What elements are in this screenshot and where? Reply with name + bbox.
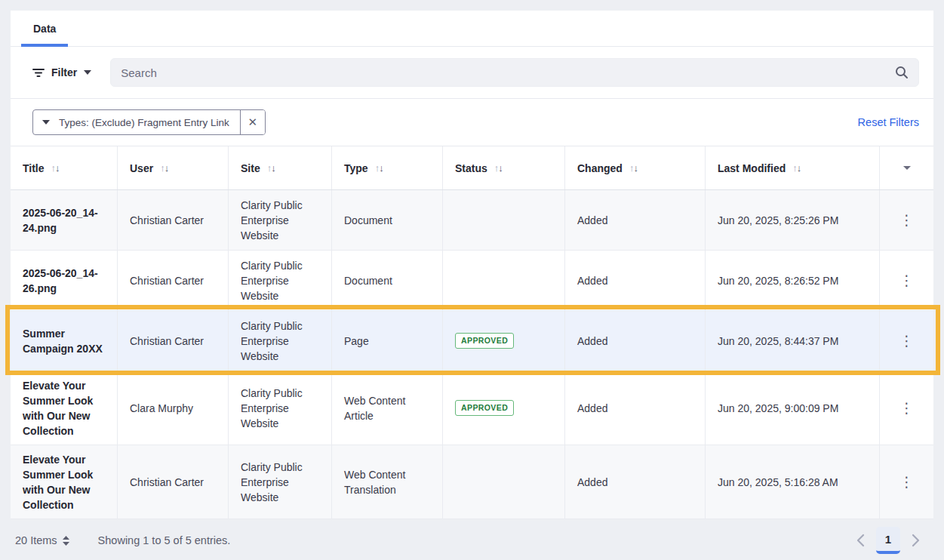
cell-type: Document (332, 251, 443, 310)
cell-title: Elevate Your Summer Look with Our New Co… (11, 371, 118, 445)
chevron-right-icon (912, 534, 920, 547)
chevron-left-icon (856, 534, 865, 547)
cell-status (443, 251, 565, 310)
cell-status (443, 190, 565, 250)
close-icon: ✕ (248, 115, 258, 129)
cell-last-modified: Jun 20, 2025, 8:25:26 PM (706, 190, 880, 250)
sort-icon: ↑↓ (267, 161, 275, 176)
column-label: Status (455, 161, 487, 176)
cell-site: Clarity Public Enterprise Website (229, 445, 332, 518)
applied-filters-bar: Types: (Exclude) Fragment Entry Link ✕ R… (11, 99, 933, 146)
column-header-last-modified[interactable]: Last Modified ↑↓ (706, 146, 880, 189)
sort-icon: ↑↓ (494, 161, 503, 176)
column-label: Changed (577, 161, 623, 176)
cell-title: 2025-06-20_14-26.png (11, 251, 118, 310)
cell-changed: Added (565, 251, 706, 310)
column-header-changed[interactable]: Changed ↑↓ (565, 146, 706, 189)
cell-last-modified: Jun 20, 2025, 8:44:37 PM (706, 311, 880, 371)
cell-title: 2025-06-20_14-24.png (11, 190, 118, 250)
search-button[interactable] (889, 66, 909, 79)
cell-user: Christian Carter (118, 190, 229, 250)
row-actions-kebab-button[interactable]: ⋮ (895, 470, 919, 494)
row-actions-kebab-button[interactable]: ⋮ (895, 329, 919, 353)
column-header-type[interactable]: Type ↑↓ (332, 146, 443, 189)
cell-site: Clarity Public Enterprise Website (229, 251, 332, 310)
next-page-button[interactable] (910, 532, 921, 549)
cell-title: Summer Campaign 20XX (11, 311, 118, 371)
row-actions-kebab-button[interactable]: ⋮ (895, 269, 919, 293)
column-header-title[interactable]: Title ↑↓ (11, 146, 118, 189)
items-per-page-label: 20 Items (15, 534, 57, 546)
search-bar (110, 58, 919, 87)
table-row[interactable]: Elevate Your Summer Look with Our New Co… (11, 445, 933, 519)
cell-user: Christian Carter (118, 251, 229, 310)
column-label: Type (344, 161, 368, 176)
cell-type: Document (332, 190, 443, 250)
sort-icon: ↑↓ (375, 161, 383, 176)
column-label: Site (241, 161, 260, 176)
cell-changed: Added (565, 445, 706, 518)
caret-down-icon (903, 166, 911, 170)
pager: 1 (855, 527, 921, 554)
cell-changed: Added (565, 311, 706, 371)
cell-site: Clarity Public Enterprise Website (229, 190, 332, 250)
filter-dropdown-button[interactable]: Filter (32, 66, 91, 78)
column-label: Title (23, 161, 45, 176)
column-label: Last Modified (718, 161, 786, 176)
column-header-site[interactable]: Site ↑↓ (229, 146, 332, 189)
column-label: User (130, 161, 153, 176)
page-1-button[interactable]: 1 (876, 527, 900, 554)
cell-type: Page (332, 311, 443, 371)
filter-icon (32, 66, 45, 78)
tab-data-label: Data (33, 23, 56, 35)
updown-arrows-icon (63, 536, 69, 546)
tab-bar: Data (11, 11, 933, 47)
pagination-bar: 20 Items Showing 1 to 5 of 5 entries. 1 (0, 521, 944, 560)
cell-user: Christian Carter (118, 445, 229, 518)
cell-status: APPROVED (443, 371, 565, 445)
cell-type: Web Content Translation (332, 445, 443, 518)
column-header-status[interactable]: Status ↑↓ (443, 146, 565, 189)
sort-icon: ↑↓ (629, 161, 638, 176)
table-header-row: Title ↑↓ User ↑↓ Site ↑↓ Type ↑↓ Status … (11, 146, 933, 190)
sort-icon: ↑↓ (160, 161, 168, 176)
content-card: Data Filter Types: (Exclude) Fragment En… (11, 11, 933, 519)
columns-visibility-button[interactable] (880, 146, 933, 189)
filter-chip: Types: (Exclude) Fragment Entry Link ✕ (32, 109, 266, 135)
tab-data[interactable]: Data (21, 11, 68, 46)
table-row-highlighted[interactable]: Summer Campaign 20XX Christian Carter Cl… (11, 311, 933, 371)
sort-icon: ↑↓ (792, 161, 801, 176)
row-actions-kebab-button[interactable]: ⋮ (895, 396, 919, 420)
filter-chip-caret-button[interactable] (33, 110, 54, 134)
filter-label: Filter (51, 66, 77, 78)
row-actions-kebab-button[interactable]: ⋮ (895, 208, 919, 232)
items-per-page-select[interactable]: 20 Items (15, 534, 69, 546)
table-row[interactable]: 2025-06-20_14-26.png Christian Carter Cl… (11, 251, 933, 311)
cell-changed: Added (565, 190, 706, 250)
cell-last-modified: Jun 20, 2025, 5:16:28 AM (706, 445, 880, 518)
cell-status (443, 445, 565, 518)
caret-down-icon (84, 70, 91, 75)
cell-type: Web Content Article (332, 371, 443, 445)
cell-last-modified: Jun 20, 2025, 8:26:52 PM (706, 251, 880, 310)
cell-site: Clarity Public Enterprise Website (229, 311, 332, 371)
search-input[interactable] (121, 66, 889, 79)
cell-status: APPROVED (443, 311, 565, 371)
previous-page-button[interactable] (855, 532, 866, 549)
table-row[interactable]: 2025-06-20_14-24.png Christian Carter Cl… (11, 190, 933, 251)
reset-filters-link[interactable]: Reset Filters (858, 116, 919, 128)
cell-title: Elevate Your Summer Look with Our New Co… (11, 445, 118, 518)
sort-icon: ↑↓ (51, 161, 60, 176)
search-icon (895, 66, 909, 79)
caret-down-icon (42, 120, 50, 125)
cell-user: Christian Carter (118, 311, 229, 371)
toolbar: Filter (11, 47, 933, 99)
column-header-user[interactable]: User ↑↓ (118, 146, 229, 189)
cell-site: Clarity Public Enterprise Website (229, 371, 332, 445)
table-row[interactable]: Elevate Your Summer Look with Our New Co… (11, 371, 933, 445)
filter-chip-remove-button[interactable]: ✕ (240, 110, 265, 134)
cell-user: Clara Murphy (118, 371, 229, 445)
status-badge: APPROVED (455, 400, 514, 416)
data-table: Title ↑↓ User ↑↓ Site ↑↓ Type ↑↓ Status … (11, 146, 933, 519)
status-badge: APPROVED (455, 333, 514, 349)
